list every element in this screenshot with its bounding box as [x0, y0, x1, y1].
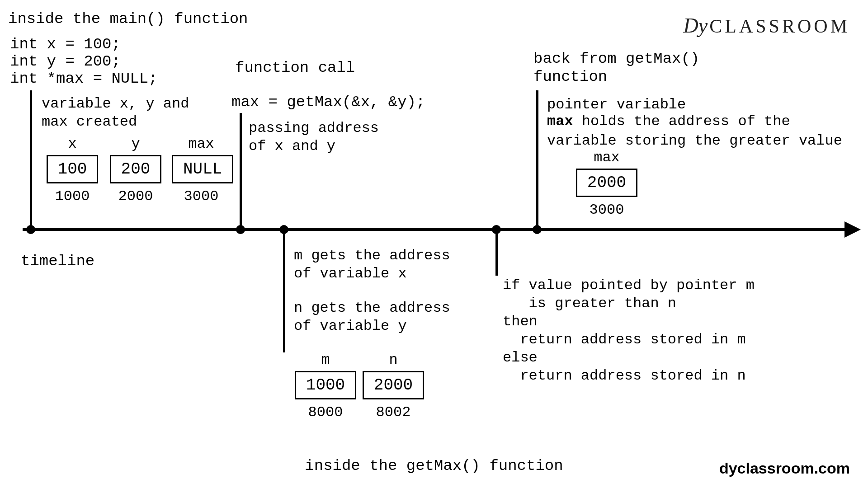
var-max-value: NULL: [172, 155, 233, 183]
event5-note-l3: variable storing the greater value: [547, 131, 842, 150]
var-y-value: 200: [110, 155, 162, 183]
timeline-stub-3-down: [283, 230, 285, 352]
brand-logo-script: Dy: [684, 14, 708, 37]
event5-note-l1: pointer variable: [547, 95, 686, 114]
event4-l6: return address stored in n: [503, 366, 746, 385]
event5-note-l2-rest: holds the address of the: [573, 113, 790, 130]
timeline-label: timeline: [21, 251, 94, 272]
var-n-addr: 8002: [362, 404, 425, 421]
var-x-name: x: [45, 136, 99, 152]
event5-note-l2-bold: max: [547, 113, 573, 130]
var-m: m 1000 8000: [294, 352, 357, 421]
var-n-name: n: [362, 352, 425, 368]
var-y-addr: 2000: [108, 188, 163, 205]
event2-title: function call: [235, 58, 355, 79]
event3-l2: of variable x: [294, 264, 407, 283]
var-x-value: 100: [47, 155, 99, 183]
brand-logo-text: CLASSROOM: [709, 16, 850, 37]
var-max-name: max: [172, 136, 231, 152]
var-n-value: 2000: [363, 371, 424, 399]
event2-note-l1: passing address: [249, 118, 379, 138]
var-max-after-name: max: [575, 149, 638, 166]
event3-l1: m gets the address: [294, 246, 450, 265]
event4-l3: then: [503, 312, 538, 331]
event3-l3: n gets the address: [294, 298, 450, 318]
event4-l1: if value pointed by pointer m: [503, 276, 755, 295]
brand-logo: DyCLASSROOM: [684, 14, 850, 38]
event5-note-l2: max holds the address of the: [547, 113, 790, 130]
event1-caption-l1: variable x, y and: [42, 94, 189, 113]
var-y: y 200 2000: [108, 136, 163, 205]
site-credit: dyclassroom.com: [719, 460, 850, 477]
var-max-addr: 3000: [172, 188, 231, 205]
event2-note-l2: of x and y: [249, 136, 335, 156]
var-m-name: m: [294, 352, 357, 368]
event3-l4: of variable y: [294, 316, 407, 336]
var-m-addr: 8000: [294, 404, 357, 421]
var-n: n 2000 8002: [362, 352, 425, 421]
event5-title-l2: function: [533, 67, 607, 88]
event4-l2: is greater than n: [503, 294, 676, 313]
timeline-stub-5-up: [536, 90, 538, 229]
var-m-value: 1000: [295, 371, 356, 399]
timeline-arrowhead: [844, 221, 861, 238]
timeline-stub-2-up: [240, 113, 242, 229]
var-max-after-value: 2000: [576, 169, 637, 197]
event1-caption-l2: max created: [42, 112, 137, 131]
event4-l4: return address stored in m: [503, 330, 746, 349]
timeline-stub-4-down: [495, 230, 498, 276]
var-max-after-addr: 3000: [575, 202, 638, 218]
var-x-addr: 1000: [45, 188, 99, 205]
var-y-name: y: [108, 136, 163, 152]
event4-l5: else: [503, 348, 538, 367]
var-x: x 100 1000: [45, 136, 99, 205]
event2-call: max = getMax(&x, &y);: [231, 92, 425, 113]
timeline-stub-1-up: [30, 90, 32, 229]
section-title-main: inside the main() function: [8, 9, 248, 30]
var-max: max NULL 3000: [172, 136, 231, 205]
event5-title-l1: back from getMax(): [533, 49, 699, 70]
code-line-3: int *max = NULL;: [10, 69, 157, 89]
var-max-after: max 2000 3000: [575, 149, 638, 218]
timeline-axis: [23, 228, 845, 231]
